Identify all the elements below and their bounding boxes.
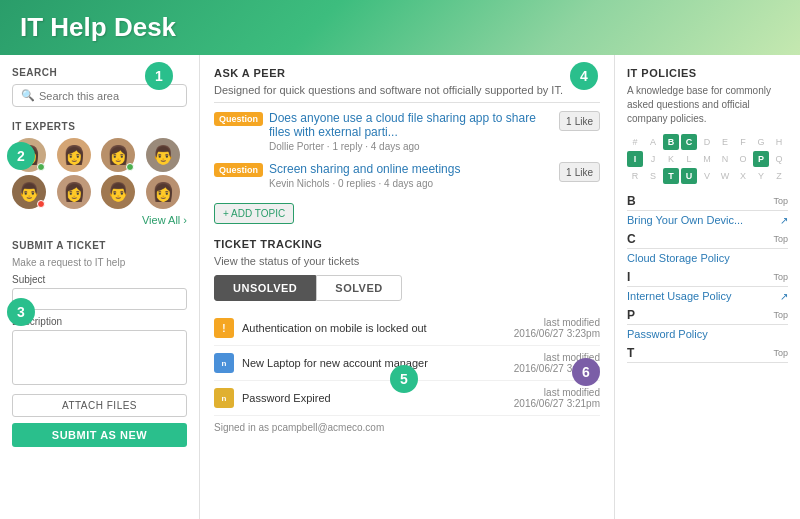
expert-avatar-3[interactable]: 👩 (101, 138, 135, 172)
expert-avatar-8[interactable]: 👩 (146, 175, 180, 209)
like-label-2: Like (575, 167, 593, 178)
ticket-form-label: SUBMIT A TICKET (12, 240, 187, 251)
alpha-L[interactable]: L (681, 151, 697, 167)
ticket-icon-2: n (214, 353, 234, 373)
badge-6: 6 (572, 358, 600, 386)
alpha-D[interactable]: D (699, 134, 715, 150)
policy-top-I[interactable]: Top (773, 272, 788, 282)
ticket-tracking-subtitle: View the status of your tickets (214, 255, 600, 267)
expert-avatar-5[interactable]: 👨 (12, 175, 46, 209)
alpha-E[interactable]: E (717, 134, 733, 150)
search-input[interactable] (39, 90, 178, 102)
external-link-icon-byod: ↗ (780, 215, 788, 226)
attach-files-button[interactable]: ATTACH FILES (12, 394, 187, 417)
badge-4: 4 (570, 62, 598, 90)
submit-ticket-section: SUBMIT A TICKET Make a request to IT hel… (12, 240, 187, 447)
view-all-link[interactable]: View All › (12, 214, 187, 226)
alpha-V[interactable]: V (699, 168, 715, 184)
alpha-B[interactable]: B (663, 134, 679, 150)
policy-letter-T: T (627, 346, 634, 360)
policy-password[interactable]: Password Policy (627, 328, 788, 340)
policy-group-I: I Top Internet Usage Policy ↗ (627, 270, 788, 302)
policy-group-P: P Top Password Policy (627, 308, 788, 340)
password-policy-text: Password Policy (627, 328, 708, 340)
ticket-tracking-title: TICKET TRACKING (214, 238, 600, 250)
ticket-icon-1: ! (214, 318, 234, 338)
ticket-text-3[interactable]: Password Expired (242, 392, 506, 404)
user-email: pcampbell@acmeco.com (272, 422, 384, 433)
tab-solved[interactable]: SOLVED (316, 275, 401, 301)
badge-1: 1 (145, 62, 173, 90)
ticket-text-1[interactable]: Authentication on mobile is locked out (242, 322, 506, 334)
ticket-meta-3: last modified 2016/06/27 3:21pm (514, 387, 600, 409)
description-textarea[interactable] (12, 330, 187, 385)
alpha-F[interactable]: F (735, 134, 751, 150)
it-policies-title: IT POLICIES (627, 67, 788, 79)
external-link-icon-internet: ↗ (780, 291, 788, 302)
add-topic-button[interactable]: + ADD TOPIC (214, 203, 294, 224)
policy-letter-B: B (627, 194, 636, 208)
question-text-2[interactable]: Screen sharing and online meetings (269, 162, 553, 176)
question-content-2: Screen sharing and online meetings Kevin… (269, 162, 553, 189)
policy-group-P-header: P Top (627, 308, 788, 325)
alpha-U[interactable]: U (681, 168, 697, 184)
ticket-form-desc: Make a request to IT help (12, 257, 187, 268)
expert-avatar-2[interactable]: 👩 (57, 138, 91, 172)
question-tag-1: Question (214, 112, 263, 126)
alpha-Y[interactable]: Y (753, 168, 769, 184)
alpha-W[interactable]: W (717, 168, 733, 184)
policy-top-C[interactable]: Top (773, 234, 788, 244)
alpha-O[interactable]: O (735, 151, 751, 167)
alpha-C[interactable]: C (681, 134, 697, 150)
policy-group-T: T Top (627, 346, 788, 363)
subject-input[interactable] (12, 288, 187, 310)
ticket-meta-1: last modified 2016/06/27 3:23pm (514, 317, 600, 339)
question-item-2: Question Screen sharing and online meeti… (214, 162, 600, 189)
ticket-modified-1: last modified (544, 317, 600, 328)
policy-top-T[interactable]: Top (773, 348, 788, 358)
policy-top-B[interactable]: Top (773, 196, 788, 206)
it-policies-sidebar: IT POLICIES A knowledge base for commonl… (615, 55, 800, 519)
policy-top-P[interactable]: Top (773, 310, 788, 320)
internet-usage-text: Internet Usage Policy (627, 290, 732, 302)
alpha-T[interactable]: T (663, 168, 679, 184)
tab-unsolved[interactable]: UNSOLVED (214, 275, 316, 301)
alpha-M[interactable]: M (699, 151, 715, 167)
signed-in-info: Signed in as pcampbell@acmeco.com (214, 422, 600, 433)
ticket-date-3: 2016/06/27 3:21pm (514, 398, 600, 409)
alpha-G[interactable]: G (753, 134, 769, 150)
like-label-1: Like (575, 116, 593, 127)
policy-group-C-header: C Top (627, 232, 788, 249)
alpha-K[interactable]: K (663, 151, 679, 167)
like-button-2[interactable]: 1 Like (559, 162, 600, 182)
alpha-J[interactable]: J (645, 151, 661, 167)
alpha-H[interactable]: H (771, 134, 787, 150)
alpha-hash[interactable]: # (627, 134, 643, 150)
alpha-S[interactable]: S (645, 168, 661, 184)
it-experts-section: IT EXPERTS 👩 👩 👩 👨 (12, 121, 187, 226)
expert-avatar-4[interactable]: 👨 (146, 138, 180, 172)
alpha-R[interactable]: R (627, 168, 643, 184)
alpha-N[interactable]: N (717, 151, 733, 167)
like-button-1[interactable]: 1 Like (559, 111, 600, 131)
policy-cloud-storage[interactable]: Cloud Storage Policy (627, 252, 788, 264)
policy-letter-P: P (627, 308, 635, 322)
header: IT Help Desk (0, 0, 800, 55)
alpha-X[interactable]: X (735, 168, 751, 184)
alpha-Q[interactable]: Q (771, 151, 787, 167)
question-text-1[interactable]: Does anyone use a cloud file sharing app… (269, 111, 553, 139)
alpha-I[interactable]: I (627, 151, 643, 167)
question-time-1: 4 days ago (371, 141, 420, 152)
policy-internet-usage[interactable]: Internet Usage Policy ↗ (627, 290, 788, 302)
question-tag-2: Question (214, 163, 263, 177)
alpha-A[interactable]: A (645, 134, 661, 150)
ticket-text-2[interactable]: New Laptop for new account manager (242, 357, 506, 369)
alpha-Z[interactable]: Z (771, 168, 787, 184)
question-replies-2: 0 replies (338, 178, 376, 189)
policy-group-B: B Top Bring Your Own Devic... ↗ (627, 194, 788, 226)
submit-button[interactable]: SUBMIT AS NEW (12, 423, 187, 447)
expert-avatar-7[interactable]: 👨 (101, 175, 135, 209)
expert-avatar-6[interactable]: 👩 (57, 175, 91, 209)
alpha-P[interactable]: P (753, 151, 769, 167)
policy-bring-your-own[interactable]: Bring Your Own Devic... ↗ (627, 214, 788, 226)
